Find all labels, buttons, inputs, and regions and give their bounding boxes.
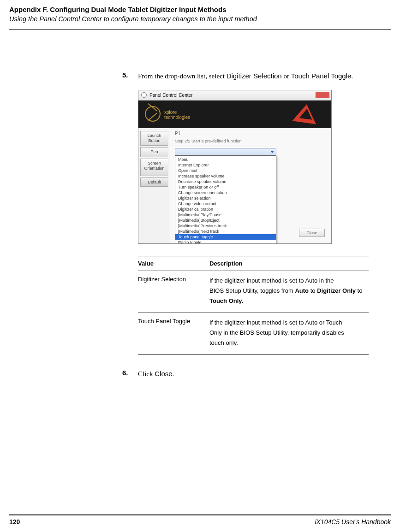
page-number: 120 [9,518,20,526]
table-cell-value: Digitizer Selection [138,276,209,306]
step-label: Step 2/2 Start a pre-defined function [175,139,327,143]
step-5-mid: or [282,72,291,80]
r1-to2: to [356,287,362,294]
r1-to1: to [309,287,317,294]
r1-touch-only: Touch Only. [209,297,243,304]
dropdown-item-open-mail[interactable]: Open mail [175,168,276,173]
table-cell-description: If the digitizer input method is set to … [209,276,369,306]
r2-line1: If the digitizer input method is set to … [209,319,342,326]
dropdown-item-digitizer-selection[interactable]: Digitizer selection [175,195,276,201]
value-description-table: Value Description Digitizer Selection If… [138,256,369,355]
section-subtitle: Using the Panel Control Center to config… [9,15,391,26]
brand-text: xplore technologies [164,110,190,120]
dropdown-listbox[interactable]: Menu Internet Explorer Open mail Increas… [175,155,276,244]
dropdown-item-dec-vol[interactable]: Decrease speaker volume [175,179,276,184]
window-body: Launch Button Pen Screen Orientation Def… [138,128,331,243]
r2-line2: Only in the BIOS Setup Utility, temporar… [209,329,344,336]
step-5-option-1: Digitizer Selection [227,72,282,80]
step-6-number: 6. [122,369,138,379]
tab-screen-orientation[interactable]: Screen Orientation [140,159,168,176]
step-6-text: Click Close. [138,369,174,379]
brand-triangle-inner [299,108,314,120]
step-6-pre: Click [138,370,155,378]
step-5-option-2: Touch Panel Toggle. [291,72,353,80]
dropdown-item-mm-prev[interactable]: [Multimedia]Previous track [175,223,276,229]
main-panel: P1 Step 2/2 Start a pre-defined function… [170,128,331,243]
brand-line-1: xplore [164,110,177,115]
dropdown-item-video-output[interactable]: Change video output [175,201,276,207]
tab-pen[interactable]: Pen [140,147,168,157]
r1-line1: If the digitizer input method is set to … [209,277,334,284]
step-5-number: 5. [122,71,138,82]
window-titlebar[interactable]: Panel Control Center [138,90,331,100]
p1-label: P1 [175,131,327,136]
r2-line3: touch only. [209,339,238,346]
header-rule [9,29,391,30]
dropdown-item-menu[interactable]: Menu [175,157,276,162]
dropdown-item-touch-toggle[interactable]: Touch panel toggle [175,234,276,240]
dropdown-item-digitizer-calibration[interactable]: Digitizer calibration [175,207,276,212]
brand-banner: xplore technologies [138,100,331,128]
function-dropdown[interactable] [175,148,276,155]
panel-control-center-window: Panel Control Center xplore technologies… [138,90,332,244]
brand-line-2: technologies [164,115,190,120]
table-cell-description: If the digitizer input method is set to … [209,318,369,348]
dropdown-item-mm-stop[interactable]: [Multimedia]Stop/Eject [175,218,276,223]
dropdown-item-mm-next[interactable]: [Multimedia]Next track [175,229,276,234]
window-close-button[interactable] [316,92,329,98]
r1-digitizer-only: Digitizer Only [317,287,356,294]
dropdown-item-ie[interactable]: Internet Explorer [175,162,276,168]
appendix-title: Appendix F. Configuring Dual Mode Tablet… [9,6,391,13]
step-6-button-name: Close. [155,370,174,378]
table-cell-value: Touch Panel Toggle [138,318,209,348]
dropdown-item-screen-orient[interactable]: Change screen orientation [175,190,276,195]
book-title: iX104C5 User's Handbook [315,518,391,526]
table-header-value: Value [138,260,209,267]
table-header-description: Description [209,260,369,267]
tab-launch-button[interactable]: Launch Button [140,131,168,146]
side-tabs: Launch Button Pen Screen Orientation Def… [138,128,170,243]
r1-line2a: BIOS Setup Utility, toggles from [209,287,295,294]
close-button[interactable]: Close [299,229,325,237]
step-5-pre: From the drop-down list, select [138,72,227,80]
dropdown-item-speaker-toggle[interactable]: Turn speaker on or off [175,184,276,190]
window-title: Panel Control Center [149,93,192,98]
r1-auto: Auto [295,287,309,294]
dropdown-item-radio-toggle[interactable]: Radio toggle [175,240,276,244]
window-icon [141,92,147,98]
dropdown-item-mm-play[interactable]: [Multimedia]Play/Pause [175,212,276,218]
page-footer: 120 iX104C5 User's Handbook [9,514,391,526]
step-5-text: From the drop-down list, select Digitize… [138,71,353,82]
tab-default[interactable]: Default [140,177,168,187]
dropdown-item-inc-vol[interactable]: Increase speaker volume [175,173,276,179]
